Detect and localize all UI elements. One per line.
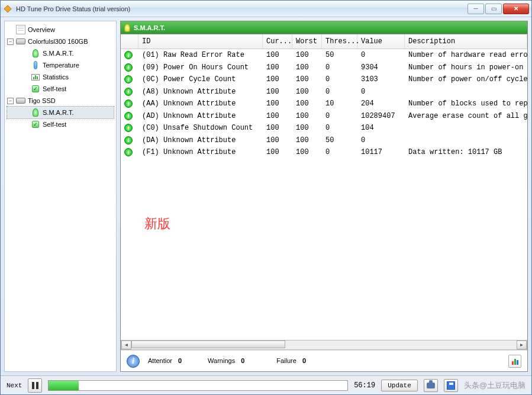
status-ok-icon: i: [124, 63, 133, 72]
table-row[interactable]: i(09) Power On Hours Count10010009304Num…: [121, 62, 527, 74]
tree-d1-selftest[interactable]: Self-test: [7, 83, 114, 95]
table-row[interactable]: i(F1) Unknown Attribute100100010117Data …: [121, 146, 527, 159]
document-icon: [16, 25, 25, 34]
window-title: HD Tune Pro Drive Status (trial version): [16, 5, 467, 12]
progress-fill: [49, 381, 78, 390]
bulb-icon: [124, 24, 130, 32]
status-ok-icon: i: [124, 112, 133, 120]
check-icon: [31, 120, 40, 129]
table-row[interactable]: i(C0) Unsafe Shutdown Count1001000104: [121, 122, 527, 134]
collapse-icon[interactable]: −: [7, 38, 14, 45]
camera-icon: [427, 383, 435, 388]
app-window: HD Tune Pro Drive Status (trial version)…: [0, 0, 532, 395]
check-icon: [31, 84, 40, 94]
pause-button[interactable]: [28, 378, 42, 393]
close-button[interactable]: ✕: [503, 4, 529, 14]
col-desc[interactable]: Description: [405, 34, 527, 49]
table-row[interactable]: i(01) Raw Read Error Rate100100500Number…: [121, 49, 527, 62]
info-icon: i: [127, 355, 140, 368]
chart-button[interactable]: [508, 355, 521, 368]
col-cur[interactable]: Cur...: [263, 34, 292, 49]
table-header: ID Cur... Worst Thres... Value Descripti…: [121, 34, 527, 49]
status-ok-icon: i: [124, 99, 133, 108]
elapsed-time: 56:19: [354, 381, 375, 390]
bulb-icon: [31, 108, 40, 117]
tree-d1-temp[interactable]: Temperature: [7, 59, 114, 71]
col-id[interactable]: ID: [138, 34, 263, 49]
status-ok-icon: i: [124, 148, 133, 156]
status-ok-icon: i: [124, 51, 133, 59]
floppy-icon: [447, 381, 455, 390]
drive-icon: [16, 37, 25, 46]
status-ok-icon: i: [124, 124, 133, 132]
col-worst[interactable]: Worst: [292, 34, 322, 49]
status-ok-icon: i: [124, 136, 133, 144]
thermometer-icon: [31, 60, 40, 70]
app-icon: [3, 4, 12, 14]
tree-overview[interactable]: Overview: [7, 24, 114, 36]
tree-drive-1[interactable]: −Colorfulsl300 160GB: [7, 36, 114, 47]
chart-icon: [31, 72, 40, 82]
tree-d2-selftest[interactable]: Self-test: [7, 118, 114, 130]
table-row[interactable]: i(A8) Unknown Attribute10010000: [121, 86, 527, 98]
table-body[interactable]: 新版 i(01) Raw Read Error Rate100100500Num…: [121, 49, 527, 340]
table-row[interactable]: i(AA) Unknown Attribute10010010204Number…: [121, 98, 527, 110]
sidebar-tree[interactable]: Overview −Colorfulsl300 160GB S.M.A.R.T.…: [4, 21, 117, 372]
status-ok-icon: i: [124, 88, 133, 96]
summary-bar: i Attentior0 Warnings0 Failure0: [121, 350, 527, 371]
table-row[interactable]: i(DA) Unknown Attribute100100500: [121, 134, 527, 147]
scroll-right-button[interactable]: ►: [517, 341, 527, 349]
svg-marker-0: [4, 5, 11, 12]
col-value[interactable]: Value: [357, 34, 405, 49]
col-thres[interactable]: Thres...: [322, 34, 357, 49]
drive-icon: [16, 96, 25, 105]
scroll-thumb[interactable]: [131, 341, 285, 348]
scroll-track[interactable]: [131, 341, 517, 349]
scroll-left-button[interactable]: ◄: [121, 341, 131, 349]
screenshot-button[interactable]: [424, 379, 438, 392]
save-button[interactable]: [444, 379, 458, 392]
maximize-button[interactable]: ▭: [485, 4, 502, 14]
tree-d1-stats[interactable]: Statistics: [7, 71, 114, 83]
update-button[interactable]: Update: [381, 380, 418, 391]
next-label: Next: [7, 380, 22, 391]
credit-text: 头条@土豆玩电脑: [464, 380, 525, 391]
bulb-icon: [31, 49, 40, 58]
tree-d1-smart[interactable]: S.M.A.R.T.: [7, 47, 114, 59]
watermark: 新版: [144, 215, 170, 233]
content-area: Overview −Colorfulsl300 160GB S.M.A.R.T.…: [1, 17, 531, 375]
table-row[interactable]: i(AD) Unknown Attribute100100010289407Av…: [121, 110, 527, 123]
collapse-icon[interactable]: −: [7, 98, 14, 104]
tree-drive-2[interactable]: −Tigo SSD: [7, 95, 114, 107]
status-bar: Next 56:19 Update 头条@土豆玩电脑: [1, 375, 531, 394]
progress-bar[interactable]: [48, 380, 348, 391]
tree-d2-smart[interactable]: S.M.A.R.T.: [7, 107, 114, 118]
status-ok-icon: i: [124, 75, 133, 84]
table-row[interactable]: i(0C) Power Cycle Count10010003103Number…: [121, 73, 527, 86]
title-bar[interactable]: HD Tune Pro Drive Status (trial version)…: [1, 1, 531, 17]
minimize-button[interactable]: ─: [467, 4, 484, 14]
main-panel: S.M.A.R.T. ID Cur... Worst Thres... Valu…: [120, 21, 528, 372]
h-scrollbar[interactable]: ◄ ►: [121, 340, 527, 350]
panel-header: S.M.A.R.T.: [120, 21, 528, 34]
